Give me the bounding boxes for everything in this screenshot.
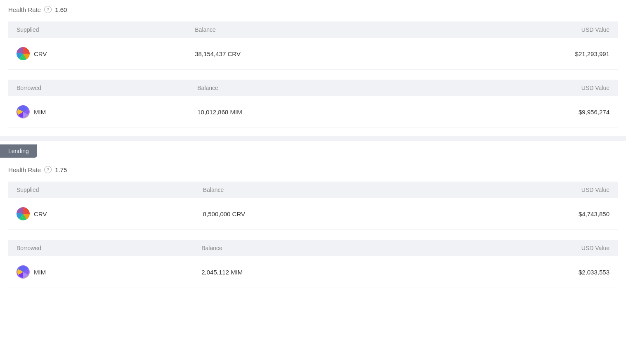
health-rate-row-1: Health Rate ? 1.60 [8, 4, 618, 15]
token-cell-mim-1: MIM [8, 96, 189, 128]
crv-icon-1 [17, 47, 30, 60]
token-cell-mim-2: MIM [8, 256, 193, 288]
usd-crv-2: $4,743,850 [429, 198, 618, 230]
section-top: Health Rate ? 1.60 Supplied Balance USD … [0, 0, 626, 136]
lending-content: Health Rate ? 1.75 Supplied Balance USD … [0, 158, 626, 296]
health-rate-row-2: Health Rate ? 1.75 [8, 164, 618, 175]
section-divider [0, 136, 626, 141]
lending-tab[interactable]: Lending [0, 144, 37, 158]
usd-crv-1: $21,293,991 [424, 38, 618, 70]
lending-section: Lending Health Rate ? 1.75 Supplied Bala… [0, 141, 626, 296]
borrowed-balance-col-header-2: Balance [193, 240, 426, 256]
usd-mim-1: $9,956,274 [430, 96, 618, 128]
token-name-mim-1: MIM [34, 109, 46, 116]
balance-mim-1: 10,012,868 MIM [189, 96, 430, 128]
health-rate-help-icon-1[interactable]: ? [44, 6, 52, 13]
mim-icon-2 [17, 265, 30, 279]
health-rate-value-2: 1.75 [55, 166, 67, 173]
crv-icon-2 [17, 207, 30, 220]
supplied-table-1: Supplied Balance USD Value CRV 38,154,43… [8, 21, 618, 70]
health-rate-label-1: Health Rate [8, 6, 41, 13]
balance-col-header-2: Balance [195, 182, 429, 198]
borrowed-table-1: Borrowed Balance USD Value MIM [8, 80, 618, 128]
health-rate-label-2: Health Rate [8, 166, 41, 173]
borrowed-col-header-2: Borrowed [8, 240, 193, 256]
table-row: CRV 8,500,000 CRV $4,743,850 [8, 198, 618, 230]
usd-col-header-1: USD Value [424, 21, 618, 38]
health-rate-help-icon-2[interactable]: ? [44, 166, 52, 173]
table-row: MIM 10,012,868 MIM $9,956,274 [8, 96, 618, 128]
balance-crv-1: 38,154,437 CRV [187, 38, 423, 70]
page-container: Health Rate ? 1.60 Supplied Balance USD … [0, 0, 626, 296]
token-cell-crv-2: CRV [8, 198, 195, 230]
borrowed-table-2: Borrowed Balance USD Value MIM [8, 240, 618, 288]
borrowed-col-header-1: Borrowed [8, 80, 189, 96]
token-name-crv-2: CRV [34, 210, 47, 217]
table-row: MIM 2,045,112 MIM $2,033,553 [8, 256, 618, 288]
table-row: CRV 38,154,437 CRV $21,293,991 [8, 38, 618, 70]
token-name-mim-2: MIM [34, 269, 46, 276]
usd-col-header-2: USD Value [429, 182, 618, 198]
token-name-crv-1: CRV [34, 50, 47, 57]
borrowed-usd-col-header-1: USD Value [430, 80, 618, 96]
borrowed-balance-col-header-1: Balance [189, 80, 430, 96]
lending-header: Lending [0, 141, 626, 158]
supplied-col-header-1: Supplied [8, 21, 187, 38]
token-cell-crv-1: CRV [8, 38, 187, 70]
balance-crv-2: 8,500,000 CRV [195, 198, 429, 230]
mim-icon-1 [17, 105, 30, 118]
borrowed-usd-col-header-2: USD Value [426, 240, 618, 256]
usd-mim-2: $2,033,553 [426, 256, 618, 288]
supplied-table-2: Supplied Balance USD Value CRV 8,50 [8, 182, 618, 230]
balance-mim-2: 2,045,112 MIM [193, 256, 426, 288]
balance-col-header-1: Balance [187, 21, 423, 38]
health-rate-value-1: 1.60 [55, 6, 67, 13]
supplied-col-header-2: Supplied [8, 182, 195, 198]
